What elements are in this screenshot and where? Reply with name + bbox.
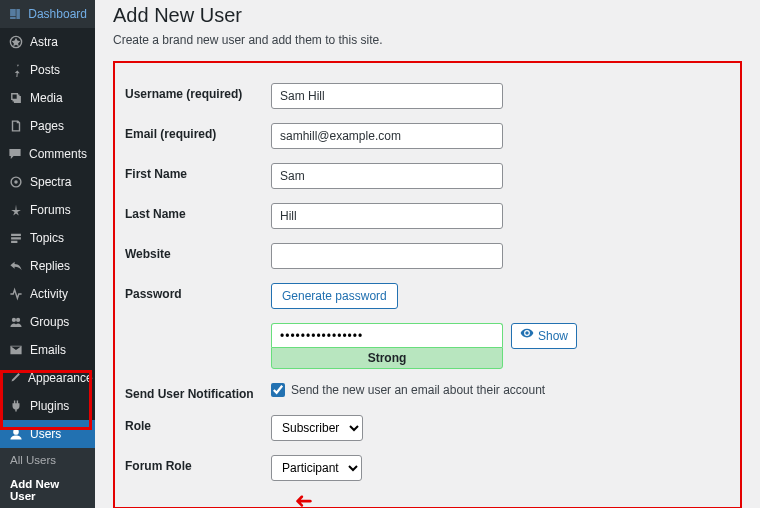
role-select[interactable]: Subscriber xyxy=(271,415,363,441)
forum-role-select[interactable]: Participant xyxy=(271,455,362,481)
sidebar-item-emails[interactable]: Emails xyxy=(0,336,95,364)
notification-label: Send User Notification xyxy=(125,383,271,401)
sidebar-item-label: Plugins xyxy=(30,399,69,413)
website-input[interactable] xyxy=(271,243,503,269)
firstname-label: First Name xyxy=(125,163,271,181)
submenu-item-all-users[interactable]: All Users xyxy=(0,448,95,472)
svg-point-5 xyxy=(13,429,19,435)
password-input[interactable] xyxy=(271,323,503,347)
website-label: Website xyxy=(125,243,271,261)
notification-checkbox[interactable] xyxy=(271,383,285,397)
password-label: Password xyxy=(125,283,271,301)
submenu-item-add-new-user[interactable]: Add New User xyxy=(0,472,95,508)
sidebar-item-posts[interactable]: Posts xyxy=(0,56,95,84)
sidebar-item-comments[interactable]: Comments xyxy=(0,140,95,168)
plugins-icon xyxy=(8,398,24,414)
admin-sidebar: DashboardAstraPostsMediaPagesCommentsSpe… xyxy=(0,0,95,508)
sidebar-item-label: Media xyxy=(30,91,63,105)
notification-checkbox-label[interactable]: Send the new user an email about their a… xyxy=(271,383,545,397)
activity-icon xyxy=(8,286,24,302)
main-content: Add New User Create a brand new user and… xyxy=(95,0,760,508)
sidebar-item-label: Emails xyxy=(30,343,66,357)
appearance-icon xyxy=(8,370,22,386)
email-input[interactable] xyxy=(271,123,503,149)
add-user-form: Username (required) Email (required) Fir… xyxy=(113,61,742,508)
arrow-annotation: ➜ xyxy=(295,488,313,508)
sidebar-item-appearance[interactable]: Appearance xyxy=(0,364,95,392)
sidebar-item-pages[interactable]: Pages xyxy=(0,112,95,140)
lastname-input[interactable] xyxy=(271,203,503,229)
comment-icon xyxy=(8,146,23,162)
sidebar-item-groups[interactable]: Groups xyxy=(0,308,95,336)
eye-icon xyxy=(520,324,534,348)
page-description: Create a brand new user and add them to … xyxy=(113,33,742,47)
sidebar-item-astra[interactable]: Astra xyxy=(0,28,95,56)
spectra-icon xyxy=(8,174,24,190)
media-icon xyxy=(8,90,24,106)
sidebar-item-activity[interactable]: Activity xyxy=(0,280,95,308)
sidebar-item-label: Activity xyxy=(30,287,68,301)
groups-icon xyxy=(8,314,24,330)
sidebar-item-dashboard[interactable]: Dashboard xyxy=(0,0,95,28)
sidebar-item-label: Spectra xyxy=(30,175,71,189)
emails-icon xyxy=(8,342,24,358)
sidebar-item-forums[interactable]: Forums xyxy=(0,196,95,224)
lastname-label: Last Name xyxy=(125,203,271,221)
sidebar-item-label: Topics xyxy=(30,231,64,245)
svg-point-4 xyxy=(16,318,20,322)
sidebar-item-replies[interactable]: Replies xyxy=(0,252,95,280)
sidebar-item-label: Dashboard xyxy=(28,7,87,21)
sidebar-item-label: Groups xyxy=(30,315,69,329)
sidebar-item-label: Users xyxy=(30,427,61,441)
astra-icon xyxy=(8,34,24,50)
sidebar-item-label: Appearance xyxy=(28,371,93,385)
sidebar-item-plugins[interactable]: Plugins xyxy=(0,392,95,420)
sidebar-item-label: Astra xyxy=(30,35,58,49)
page-title: Add New User xyxy=(113,4,742,27)
pages-icon xyxy=(8,118,24,134)
forum-role-label: Forum Role xyxy=(125,455,271,473)
svg-point-2 xyxy=(14,180,18,184)
firstname-input[interactable] xyxy=(271,163,503,189)
role-label: Role xyxy=(125,415,271,433)
username-label: Username (required) xyxy=(125,83,271,101)
sidebar-item-label: Comments xyxy=(29,147,87,161)
sidebar-item-media[interactable]: Media xyxy=(0,84,95,112)
sidebar-item-label: Posts xyxy=(30,63,60,77)
show-password-button[interactable]: Show xyxy=(511,323,577,349)
svg-point-3 xyxy=(12,318,16,322)
topics-icon xyxy=(8,230,24,246)
sidebar-item-label: Forums xyxy=(30,203,71,217)
users-icon xyxy=(8,426,24,442)
generate-password-button[interactable]: Generate password xyxy=(271,283,398,309)
username-input[interactable] xyxy=(271,83,503,109)
dashboard-icon xyxy=(8,6,22,22)
sidebar-item-spectra[interactable]: Spectra xyxy=(0,168,95,196)
password-strength: Strong xyxy=(271,347,503,369)
sidebar-item-topics[interactable]: Topics xyxy=(0,224,95,252)
sidebar-item-label: Pages xyxy=(30,119,64,133)
forums-icon xyxy=(8,202,24,218)
sidebar-item-label: Replies xyxy=(30,259,70,273)
pin-icon xyxy=(8,62,24,78)
sidebar-item-users[interactable]: Users xyxy=(0,420,95,448)
replies-icon xyxy=(8,258,24,274)
email-label: Email (required) xyxy=(125,123,271,141)
